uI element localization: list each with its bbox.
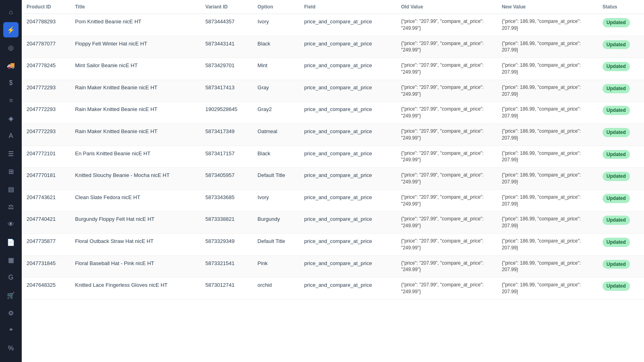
table-row: 2047743621Clean Slate Fedora nicE HT5873…	[22, 189, 644, 212]
field-cell: price_and_compare_at_price	[299, 80, 396, 102]
barcode-icon[interactable]: ▦	[3, 252, 19, 267]
main-content: Product IDTitleVariant IDOptionFieldOld …	[22, 0, 644, 362]
status-cell: Updated	[598, 212, 644, 234]
status-badge: Updated	[603, 40, 630, 49]
old-value-cell: {"price": "207.99", "compare_at_price": …	[396, 14, 497, 36]
title-cell: Rain Maker Knitted Beanie nicE HT	[70, 80, 200, 102]
table-row: 2047735877Floral Outback Straw Hat nicE …	[22, 233, 644, 255]
g-icon[interactable]: G	[3, 270, 19, 285]
new-value-cell: {"price": 186.99, "compare_at_price": 20…	[497, 80, 598, 102]
variant-id-cell: 5873417349	[200, 123, 253, 146]
column-header-title: Title	[70, 0, 200, 14]
tag-price-icon[interactable]: ⌗	[3, 93, 19, 108]
table-icon[interactable]: ▤	[3, 181, 19, 197]
grid-icon[interactable]: ⊞	[3, 164, 19, 179]
shipping-icon[interactable]: 🚚	[3, 58, 19, 73]
field-cell: price_and_compare_at_price	[299, 14, 396, 36]
table-row: 2047770181Knitted Slouchy Beanie - Mocha…	[22, 168, 644, 190]
option-cell: Oatmeal	[253, 123, 299, 146]
title-cell: En Paris Knitted Beanie nicE HT	[70, 146, 200, 168]
title-cell: Clean Slate Fedora nicE HT	[70, 189, 200, 212]
status-badge: Updated	[603, 172, 630, 181]
new-value-cell: {"price": 186.99, "compare_at_price": 20…	[497, 255, 598, 278]
analytics-icon[interactable]: ◎	[3, 40, 19, 55]
field-cell: price_and_compare_at_price	[299, 146, 396, 168]
list-icon[interactable]: ☰	[3, 146, 19, 161]
new-value-cell: {"price": 186.99, "compare_at_price": 20…	[497, 278, 598, 300]
option-cell: Gray	[253, 80, 299, 102]
doc-icon[interactable]: 📄	[3, 234, 19, 250]
title-cell: Pom Knitted Beanie nicE HT	[70, 14, 200, 36]
new-value-cell: {"price": 186.99, "compare_at_price": 20…	[497, 146, 598, 168]
field-cell: price_and_compare_at_price	[299, 233, 396, 255]
field-cell: price_and_compare_at_price	[299, 102, 396, 124]
variant-id-cell: 5873417413	[200, 80, 253, 102]
status-cell: Updated	[598, 102, 644, 124]
product-id-cell: 2047770181	[22, 168, 70, 190]
quote-icon[interactable]: ❝	[3, 323, 19, 338]
old-value-cell: {"price": "207.99", "compare_at_price": …	[396, 255, 497, 278]
variant-id-cell: 5873338821	[200, 212, 253, 234]
title-cell: Knitted Lace Fingerless Gloves nicE HT	[70, 278, 200, 300]
status-cell: Updated	[598, 189, 644, 212]
product-id-cell: 2047772293	[22, 80, 70, 102]
product-id-cell: 2047740421	[22, 212, 70, 234]
old-value-cell: {"price": "207.99", "compare_at_price": …	[396, 212, 497, 234]
field-cell: price_and_compare_at_price	[299, 123, 396, 146]
product-id-cell: 2047778245	[22, 58, 70, 80]
status-cell: Updated	[598, 36, 644, 58]
new-value-cell: {"price": 186.99, "compare_at_price": 20…	[497, 168, 598, 190]
table-row: 2047648325Knitted Lace Fingerless Gloves…	[22, 278, 644, 300]
cart-icon[interactable]: 🛒	[3, 288, 19, 303]
text-icon[interactable]: A	[3, 128, 19, 144]
old-value-cell: {"price": "207.99", "compare_at_price": …	[396, 36, 497, 58]
option-cell: Ivory	[253, 14, 299, 36]
status-badge: Updated	[603, 216, 630, 225]
new-value-cell: {"price": 186.99, "compare_at_price": 20…	[497, 233, 598, 255]
field-cell: price_and_compare_at_price	[299, 189, 396, 212]
dollar-icon[interactable]: $	[3, 75, 19, 90]
puzzle-icon[interactable]: ⚙	[3, 305, 19, 321]
column-header-new-value: New Value	[497, 0, 598, 14]
status-cell: Updated	[598, 278, 644, 300]
table-row: 2047787077Floppy Felt Winter Hat nicE HT…	[22, 36, 644, 58]
status-cell: Updated	[598, 14, 644, 36]
percent-icon[interactable]: %	[3, 341, 19, 356]
product-id-cell: 2047731845	[22, 255, 70, 278]
status-badge: Updated	[603, 128, 630, 137]
column-header-variant-id: Variant ID	[200, 0, 253, 14]
old-value-cell: {"price": "207.99", "compare_at_price": …	[396, 168, 497, 190]
lightning-icon[interactable]: ⚡	[3, 22, 19, 37]
tag-icon[interactable]: ◈	[3, 111, 19, 126]
status-badge: Updated	[603, 238, 630, 247]
new-value-cell: {"price": 186.99, "compare_at_price": 20…	[497, 36, 598, 58]
option-cell: Default Title	[253, 233, 299, 255]
field-cell: price_and_compare_at_price	[299, 58, 396, 80]
table-row: 2047740421Burgundy Floppy Felt Hat nicE …	[22, 212, 644, 234]
scale-icon[interactable]: ⚖	[3, 199, 19, 214]
variant-id-cell: 19029528645	[200, 102, 253, 124]
status-cell: Updated	[598, 168, 644, 190]
title-cell: Floral Outback Straw Hat nicE HT	[70, 233, 200, 255]
option-cell: Black	[253, 36, 299, 58]
old-value-cell: {"price": "207.99", "compare_at_price": …	[396, 123, 497, 146]
variant-id-cell: 5873343685	[200, 189, 253, 212]
title-cell: Burgundy Floppy Felt Hat nicE HT	[70, 212, 200, 234]
title-cell: Mint Sailor Beanie nicE HT	[70, 58, 200, 80]
product-id-cell: 2047735877	[22, 233, 70, 255]
eye-icon[interactable]: 👁	[3, 217, 19, 232]
new-value-cell: {"price": 186.99, "compare_at_price": 20…	[497, 58, 598, 80]
option-cell: Ivory	[253, 189, 299, 212]
product-id-cell: 2047787077	[22, 36, 70, 58]
table-row: 2047772293Rain Maker Knitted Beanie nicE…	[22, 102, 644, 124]
table-wrapper[interactable]: Product IDTitleVariant IDOptionFieldOld …	[22, 0, 644, 362]
column-header-option: Option	[253, 0, 299, 14]
variant-id-cell: 5873443141	[200, 36, 253, 58]
variant-id-cell: 5873329349	[200, 233, 253, 255]
option-cell: Gray2	[253, 102, 299, 124]
home-icon[interactable]: ⌂	[3, 4, 19, 20]
table-row: 2047731845Floral Baseball Hat - Pink nic…	[22, 255, 644, 278]
new-value-cell: {"price": 186.99, "compare_at_price": 20…	[497, 123, 598, 146]
old-value-cell: {"price": "207.99", "compare_at_price": …	[396, 189, 497, 212]
variant-id-cell: 5873321541	[200, 255, 253, 278]
